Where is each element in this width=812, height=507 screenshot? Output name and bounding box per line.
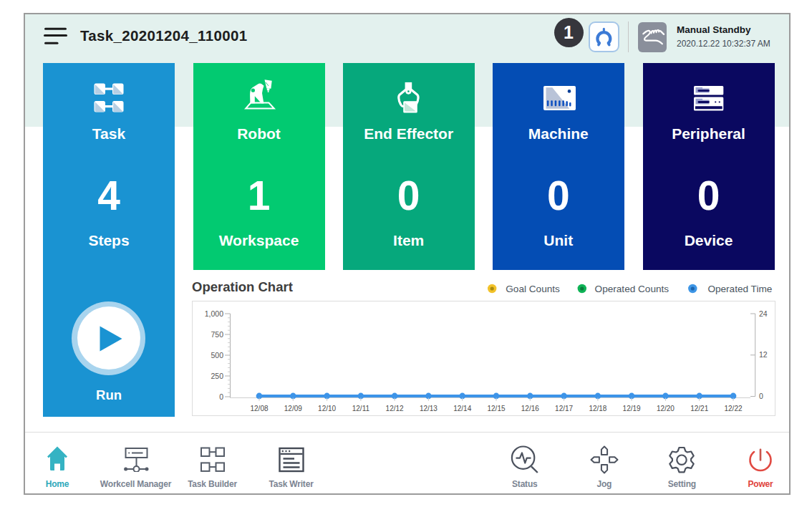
svg-text:12/13: 12/13 xyxy=(420,405,438,412)
svg-text:12/12: 12/12 xyxy=(386,405,404,412)
svg-text:0: 0 xyxy=(759,392,763,400)
svg-text:250: 250 xyxy=(211,372,223,380)
svg-text:12/11: 12/11 xyxy=(352,405,370,412)
svg-text:12/14: 12/14 xyxy=(453,405,471,412)
svg-text:12/08: 12/08 xyxy=(250,405,268,412)
svg-text:500: 500 xyxy=(211,351,223,359)
svg-text:12/10: 12/10 xyxy=(318,405,336,412)
svg-text:Operated Counts: Operated Counts xyxy=(595,284,670,294)
svg-text:Operated Time: Operated Time xyxy=(707,284,772,294)
svg-text:12/19: 12/19 xyxy=(623,405,641,412)
svg-text:Goal Counts: Goal Counts xyxy=(506,284,560,294)
svg-text:12/22: 12/22 xyxy=(724,405,742,412)
svg-text:12/15: 12/15 xyxy=(487,405,505,412)
svg-text:12/16: 12/16 xyxy=(521,405,539,412)
svg-text:24: 24 xyxy=(759,309,768,318)
svg-text:0: 0 xyxy=(219,392,223,401)
svg-text:12/20: 12/20 xyxy=(657,405,675,412)
svg-text:750: 750 xyxy=(211,330,223,339)
svg-text:12: 12 xyxy=(759,350,768,359)
svg-text:12/17: 12/17 xyxy=(555,405,573,412)
svg-text:12/21: 12/21 xyxy=(690,405,708,412)
svg-text:1,000: 1,000 xyxy=(205,309,223,318)
svg-text:12/18: 12/18 xyxy=(589,405,606,412)
svg-text:12/09: 12/09 xyxy=(284,405,302,412)
